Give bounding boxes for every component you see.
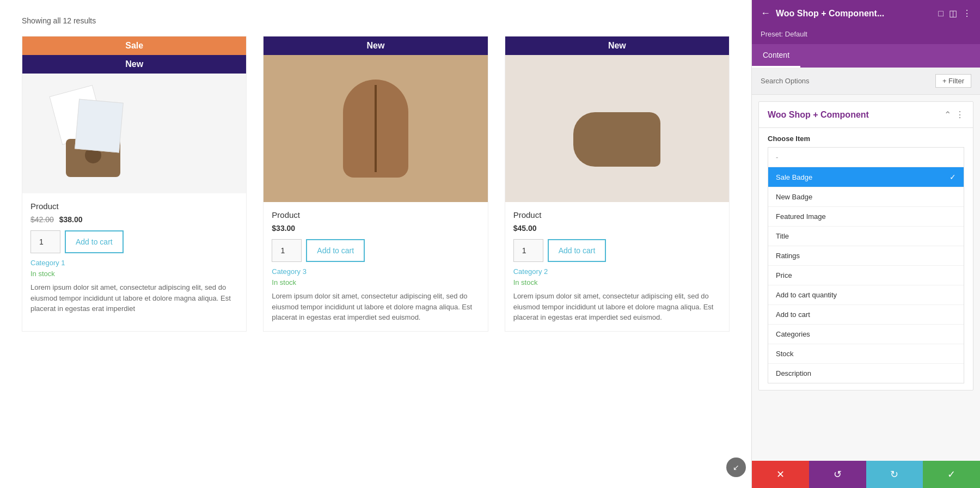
- search-options-bar: Search Options + Filter: [752, 68, 980, 95]
- dropdown-item-label: New Badge: [776, 193, 812, 201]
- showing-results: Showing all 12 results: [22, 16, 730, 25]
- panel-tabs: Content: [752, 44, 980, 68]
- dropdown-item-label: Categories: [776, 330, 810, 338]
- component-title: Woo Shop + Component: [768, 110, 944, 120]
- dropdown-item-label: Stock: [776, 350, 794, 358]
- product-card-3: New Product $45.00 Add to cart Category …: [505, 36, 730, 332]
- badge-container-2: New: [264, 36, 487, 55]
- dropdown-list: - Sale Badge ✓ New Badge Featured Image …: [768, 147, 964, 383]
- panel-header-icons: □ ◫ ⋮: [938, 8, 971, 19]
- product-price-1: $42.00 $38.00: [30, 215, 238, 224]
- dropdown-item-price[interactable]: Price: [768, 266, 964, 285]
- panel-title: Woo Shop + Component...: [776, 9, 933, 19]
- add-to-cart-button-1[interactable]: Add to cart: [65, 230, 124, 253]
- dropdown-item-label: Add to cart quantity: [776, 291, 837, 299]
- collapse-icon[interactable]: ⌃: [944, 109, 951, 120]
- dropdown-item-categories[interactable]: Categories: [768, 325, 964, 344]
- price-new-1: $38.00: [59, 215, 83, 224]
- dropdown-item-label: Price: [776, 271, 792, 279]
- price-3: $45.00: [513, 224, 537, 233]
- add-to-cart-button-2[interactable]: Add to cart: [306, 239, 365, 262]
- panel-header: ← Woo Shop + Component... □ ◫ ⋮: [752, 0, 980, 27]
- filter-button[interactable]: + Filter: [935, 74, 971, 88]
- save-button[interactable]: ✓: [923, 461, 980, 488]
- sale-badge-1: Sale: [22, 36, 246, 55]
- add-to-cart-row-2: Add to cart: [272, 239, 479, 262]
- dropdown-item-label: Title: [776, 232, 789, 240]
- product-info-1: Product $42.00 $38.00 Add to cart Catego…: [22, 193, 246, 322]
- product-card-1: Sale New Product $42.00 $38.00 Add to ca…: [22, 36, 247, 332]
- dropdown-item-label: Sale Badge: [776, 173, 812, 181]
- add-to-cart-button-3[interactable]: Add to cart: [548, 239, 607, 262]
- bag-shape: [343, 80, 408, 178]
- dropdown-item-add-to-cart-quantity[interactable]: Add to cart quantity: [768, 285, 964, 305]
- price-2: $33.00: [272, 224, 295, 233]
- product-description-2: Lorem ipsum dolor sit amet, consectetur …: [272, 291, 479, 323]
- dropdown-item-ratings[interactable]: Ratings: [768, 246, 964, 266]
- product-info-2: Product $33.00 Add to cart Category 3 In…: [264, 202, 487, 331]
- add-to-cart-row-3: Add to cart: [513, 239, 721, 262]
- products-grid: Sale New Product $42.00 $38.00 Add to ca…: [22, 36, 730, 332]
- component-header: Woo Shop + Component ⌃ ⋮: [759, 102, 973, 128]
- dropdown-item-label: Description: [776, 369, 811, 377]
- scroll-indicator: ↙: [726, 457, 746, 477]
- scroll-icon: ↙: [733, 463, 739, 472]
- redo-button[interactable]: ↻: [866, 461, 923, 488]
- dropdown-item-new-badge[interactable]: New Badge: [768, 187, 964, 207]
- price-old-1: $42.00: [30, 215, 54, 224]
- fullscreen-icon[interactable]: □: [938, 9, 944, 19]
- product-image-3: [505, 55, 729, 202]
- dropdown-item-featured-image[interactable]: Featured Image: [768, 207, 964, 227]
- dropdown-item-title[interactable]: Title: [768, 227, 964, 246]
- more-icon[interactable]: ⋮: [963, 8, 971, 19]
- badge-container-1: Sale New: [22, 36, 246, 74]
- new-badge-1: New: [22, 55, 246, 74]
- bottom-toolbar: ✕ ↺ ↻ ✓: [752, 461, 980, 488]
- product-category-1[interactable]: Category 1: [30, 259, 238, 267]
- badge-container-3: New: [505, 36, 729, 55]
- quantity-input-2[interactable]: [272, 239, 302, 262]
- new-badge-2: New: [264, 36, 487, 55]
- component-header-icons: ⌃ ⋮: [944, 109, 964, 120]
- component-section: Woo Shop + Component ⌃ ⋮ Choose Item - S…: [758, 101, 973, 391]
- preset-text[interactable]: Preset: Default: [761, 30, 807, 38]
- product-category-2[interactable]: Category 3: [272, 267, 479, 276]
- product-price-2: $33.00: [272, 224, 479, 233]
- main-content: Showing all 12 results Sale New Product …: [0, 0, 751, 488]
- product-description-1: Lorem ipsum dolor sit amet, consectetur …: [30, 282, 238, 314]
- dropdown-item-stock[interactable]: Stock: [768, 344, 964, 364]
- product-name-3: Product: [513, 210, 721, 219]
- cancel-button[interactable]: ✕: [752, 461, 809, 488]
- split-icon[interactable]: ◫: [949, 8, 957, 19]
- product-stock-2: In stock: [272, 278, 479, 286]
- dropdown-item-add-to-cart[interactable]: Add to cart: [768, 305, 964, 325]
- product-category-3[interactable]: Category 2: [513, 267, 721, 276]
- check-icon: ✓: [950, 173, 956, 181]
- tab-content[interactable]: Content: [752, 44, 800, 68]
- product-stock-1: In stock: [30, 270, 238, 278]
- add-to-cart-row-1: Add to cart: [30, 230, 238, 253]
- shoe-shape: [573, 112, 660, 167]
- panel-body: Search Options + Filter Woo Shop + Compo…: [752, 68, 980, 461]
- product-name-2: Product: [272, 210, 479, 219]
- dropdown-item-description[interactable]: Description: [768, 364, 964, 383]
- new-badge-3: New: [505, 36, 729, 55]
- dropdown-item-dash[interactable]: -: [768, 148, 964, 167]
- product-image-1: [22, 74, 246, 193]
- right-panel: ← Woo Shop + Component... □ ◫ ⋮ Preset: …: [751, 0, 980, 488]
- dropdown-item-label: Featured Image: [776, 212, 826, 221]
- component-more-icon[interactable]: ⋮: [955, 109, 964, 120]
- quantity-input-3[interactable]: [513, 239, 543, 262]
- dropdown-item-label: Ratings: [776, 252, 800, 260]
- undo-button[interactable]: ↺: [809, 461, 866, 488]
- search-options-label: Search Options: [761, 77, 930, 85]
- choose-item-label: Choose Item: [759, 128, 973, 147]
- camera-icon: [66, 139, 120, 177]
- back-icon[interactable]: ←: [761, 8, 770, 19]
- panel-preset-bar: Preset: Default: [752, 27, 980, 44]
- quantity-input-1[interactable]: [30, 230, 60, 253]
- product-card-2: New Product $33.00 Add to cart Category …: [263, 36, 488, 332]
- product-info-3: Product $45.00 Add to cart Category 2 In…: [505, 202, 729, 331]
- product-stock-3: In stock: [513, 278, 721, 286]
- dropdown-item-sale-badge[interactable]: Sale Badge ✓: [768, 167, 964, 187]
